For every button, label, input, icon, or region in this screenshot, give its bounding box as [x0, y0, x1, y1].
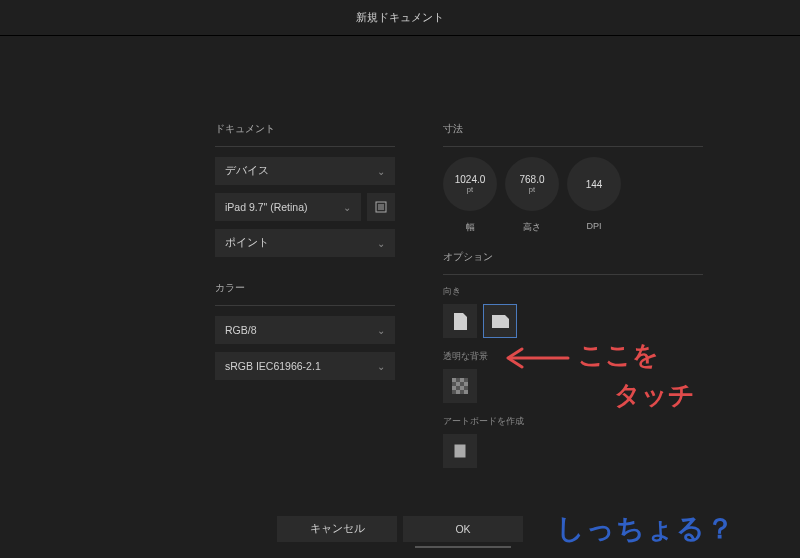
dimension-circles: 1024.0 pt 768.0 pt 144: [443, 157, 703, 211]
dpi-value: 144: [586, 179, 603, 190]
dimension-labels: 幅 高さ DPI: [443, 221, 703, 234]
list-icon: [375, 201, 387, 213]
dialog-header: 新規ドキュメント: [0, 0, 800, 36]
chevron-down-icon: ⌄: [377, 238, 385, 249]
transparent-bg-label: 透明な背景: [443, 350, 703, 363]
dialog-title: 新規ドキュメント: [356, 10, 444, 25]
create-artboard-toggle[interactable]: [443, 434, 477, 468]
orientation-row: [443, 304, 703, 338]
right-column: 寸法 1024.0 pt 768.0 pt 144 幅 高さ DPI オプション…: [443, 122, 703, 468]
width-label: 幅: [443, 221, 497, 234]
color-format-value: RGB/8: [225, 324, 257, 336]
dpi-label: DPI: [567, 221, 621, 234]
cancel-label: キャンセル: [310, 522, 365, 536]
orientation-label: 向き: [443, 285, 703, 298]
height-label: 高さ: [505, 221, 559, 234]
device-preset-dropdown[interactable]: iPad 9.7" (Retina) ⌄: [215, 193, 361, 221]
options-section-label: オプション: [443, 250, 703, 264]
height-value: 768.0: [519, 174, 544, 185]
dialog-footer: キャンセル OK: [0, 516, 800, 542]
dimensions-section-label: 寸法: [443, 122, 703, 136]
color-profile-dropdown[interactable]: sRGB IEC61966-2.1 ⌄: [215, 352, 395, 380]
checker-icon: [452, 378, 468, 394]
preset-list-button[interactable]: [367, 193, 395, 221]
orientation-portrait-button[interactable]: [443, 304, 477, 338]
artboard-icon: [452, 442, 468, 460]
create-artboard-label: アートボードを作成: [443, 415, 703, 428]
chevron-down-icon: ⌄: [377, 166, 385, 177]
height-stepper[interactable]: 768.0 pt: [505, 157, 559, 211]
color-profile-value: sRGB IEC61966-2.1: [225, 360, 321, 372]
width-unit: pt: [467, 185, 473, 194]
document-type-value: デバイス: [225, 164, 269, 178]
portrait-icon: [454, 313, 467, 330]
document-type-dropdown[interactable]: デバイス ⌄: [215, 157, 395, 185]
landscape-icon: [492, 315, 509, 328]
unit-value: ポイント: [225, 236, 269, 250]
width-value: 1024.0: [455, 174, 486, 185]
color-section-label: カラー: [215, 281, 395, 295]
transparent-bg-toggle[interactable]: [443, 369, 477, 403]
device-preset-value: iPad 9.7" (Retina): [225, 201, 308, 213]
chevron-down-icon: ⌄: [343, 202, 351, 213]
chevron-down-icon: ⌄: [377, 361, 385, 372]
width-stepper[interactable]: 1024.0 pt: [443, 157, 497, 211]
unit-dropdown[interactable]: ポイント ⌄: [215, 229, 395, 257]
ok-underline: [415, 546, 511, 548]
chevron-down-icon: ⌄: [377, 325, 385, 336]
dialog-content: ドキュメント デバイス ⌄ iPad 9.7" (Retina) ⌄ ポイン: [0, 36, 800, 468]
dpi-stepper[interactable]: 144: [567, 157, 621, 211]
document-section-label: ドキュメント: [215, 122, 395, 136]
ok-label: OK: [455, 523, 470, 535]
orientation-landscape-button[interactable]: [483, 304, 517, 338]
color-format-dropdown[interactable]: RGB/8 ⌄: [215, 316, 395, 344]
left-column: ドキュメント デバイス ⌄ iPad 9.7" (Retina) ⌄ ポイン: [215, 122, 395, 468]
height-unit: pt: [529, 185, 535, 194]
ok-button[interactable]: OK: [403, 516, 523, 542]
cancel-button[interactable]: キャンセル: [277, 516, 397, 542]
svg-rect-4: [454, 444, 466, 458]
